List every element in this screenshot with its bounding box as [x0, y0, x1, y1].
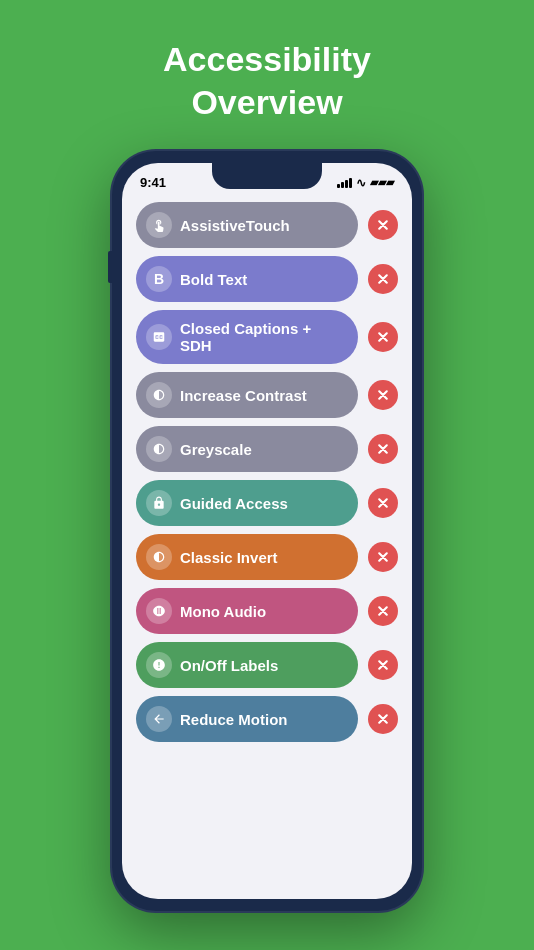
feature-pill[interactable]: Mono Audio: [136, 588, 358, 634]
pill-icon: [146, 212, 172, 238]
feature-pill[interactable]: Closed Captions + SDH: [136, 310, 358, 364]
list-item: On/Off Labels: [136, 642, 398, 688]
pill-icon: [146, 598, 172, 624]
pill-label: Closed Captions + SDH: [180, 320, 342, 354]
battery-icon: ▰▰▰: [370, 176, 394, 189]
delete-button[interactable]: [368, 704, 398, 734]
list-item: AssistiveTouch: [136, 202, 398, 248]
pill-icon: [146, 324, 172, 350]
delete-button[interactable]: [368, 380, 398, 410]
delete-button[interactable]: [368, 488, 398, 518]
pill-icon: [146, 436, 172, 462]
delete-button[interactable]: [368, 650, 398, 680]
pill-label: Greyscale: [180, 441, 252, 458]
delete-button[interactable]: [368, 542, 398, 572]
delete-button[interactable]: [368, 322, 398, 352]
feature-pill[interactable]: Greyscale: [136, 426, 358, 472]
phone-frame: 9:41 ∿ ▰▰▰ AssistiveTouch: [112, 151, 422, 911]
pill-icon: [146, 544, 172, 570]
pill-label: Classic Invert: [180, 549, 278, 566]
delete-button[interactable]: [368, 434, 398, 464]
accessibility-list: AssistiveTouch B Bold Text Closed Captio…: [122, 194, 412, 750]
pill-icon: [146, 652, 172, 678]
pill-icon: [146, 382, 172, 408]
feature-pill[interactable]: Classic Invert: [136, 534, 358, 580]
list-item: Guided Access: [136, 480, 398, 526]
pill-label: Guided Access: [180, 495, 288, 512]
phone-mockup: 9:41 ∿ ▰▰▰ AssistiveTouch: [112, 151, 422, 911]
pill-label: AssistiveTouch: [180, 217, 290, 234]
feature-pill[interactable]: On/Off Labels: [136, 642, 358, 688]
pill-icon: [146, 706, 172, 732]
list-item: Reduce Motion: [136, 696, 398, 742]
list-item: Mono Audio: [136, 588, 398, 634]
pill-label: Increase Contrast: [180, 387, 307, 404]
list-item: Classic Invert: [136, 534, 398, 580]
pill-label: On/Off Labels: [180, 657, 278, 674]
status-time: 9:41: [140, 175, 166, 190]
feature-pill[interactable]: Guided Access: [136, 480, 358, 526]
list-item: B Bold Text: [136, 256, 398, 302]
delete-button[interactable]: [368, 264, 398, 294]
feature-pill[interactable]: Reduce Motion: [136, 696, 358, 742]
pill-icon: B: [146, 266, 172, 292]
pill-label: Mono Audio: [180, 603, 266, 620]
page-title: Accessibility Overview: [163, 38, 371, 123]
pill-label: Reduce Motion: [180, 711, 288, 728]
status-icons: ∿ ▰▰▰: [337, 176, 394, 190]
list-item: Greyscale: [136, 426, 398, 472]
list-item: Increase Contrast: [136, 372, 398, 418]
phone-notch: [212, 163, 322, 189]
wifi-icon: ∿: [356, 176, 366, 190]
pill-label: Bold Text: [180, 271, 247, 288]
feature-pill[interactable]: Increase Contrast: [136, 372, 358, 418]
list-item: Closed Captions + SDH: [136, 310, 398, 364]
feature-pill[interactable]: AssistiveTouch: [136, 202, 358, 248]
delete-button[interactable]: [368, 210, 398, 240]
delete-button[interactable]: [368, 596, 398, 626]
signal-icon: [337, 178, 352, 188]
pill-icon: [146, 490, 172, 516]
feature-pill[interactable]: B Bold Text: [136, 256, 358, 302]
phone-screen: 9:41 ∿ ▰▰▰ AssistiveTouch: [122, 163, 412, 899]
